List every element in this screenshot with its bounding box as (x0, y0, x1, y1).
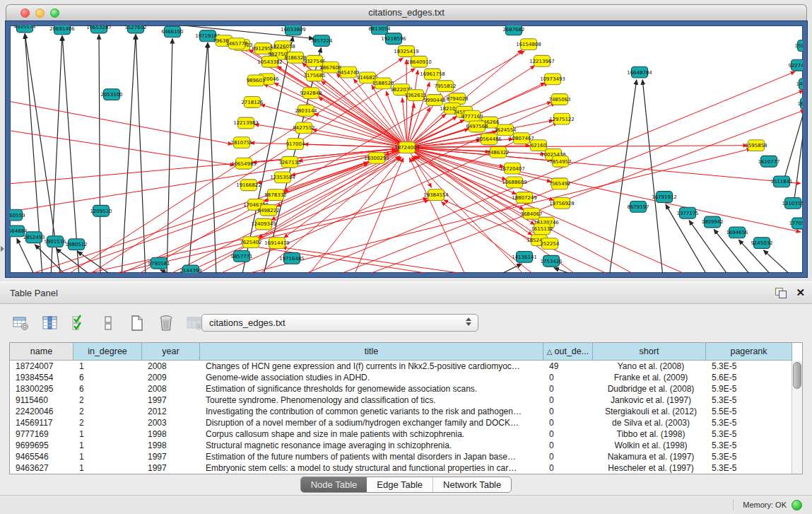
table-cell[interactable]: 1 (73, 440, 142, 451)
graph-node[interactable]: 7854957 (549, 156, 571, 167)
graph-node[interactable]: 2718126 (241, 97, 263, 108)
column-header-pagerank[interactable]: pagerank (706, 343, 792, 361)
row-height-icon[interactable] (98, 313, 118, 333)
table-cell[interactable]: Structural magnetic resonance image aver… (200, 440, 543, 451)
graph-node[interactable]: 1753426 (540, 255, 562, 267)
table-cell[interactable]: 19384554 (10, 372, 73, 383)
close-panel-icon[interactable]: ✕ (796, 286, 805, 299)
table-cell[interactable]: 18724007 (10, 361, 73, 372)
graph-node[interactable]: 8878332 (264, 189, 286, 201)
table-cell[interactable]: 5.6E-5 (706, 372, 792, 383)
graph-node[interactable]: 10688609 (502, 177, 527, 188)
table-cell[interactable]: 0 (543, 451, 593, 462)
table-selector-dropdown[interactable]: citations_edges.txt (201, 314, 478, 332)
graph-node[interactable]: 20691406 (49, 25, 75, 35)
graph-node[interactable]: 2053100 (100, 89, 122, 100)
table-cell[interactable]: 9465546 (10, 451, 73, 462)
table-cell[interactable]: 0 (543, 462, 593, 474)
table-cell[interactable]: 1997 (142, 462, 200, 474)
table-cell[interactable]: 2 (73, 417, 142, 428)
graph-node[interactable]: 12213983 (233, 117, 259, 129)
graph-node[interactable]: 14136141 (512, 251, 537, 262)
graph-node[interactable]: 18325419 (394, 46, 419, 57)
graph-node[interactable]: 1615132 (531, 223, 553, 235)
table-cell[interactable]: Nakamura et al. (1997) (593, 451, 706, 462)
table-scrollbar-thumb[interactable] (793, 362, 801, 389)
graph-node[interactable]: 3175685 (303, 70, 325, 81)
delete-table-icon[interactable] (156, 313, 176, 333)
column-header-out-de-[interactable]: △out_de... (543, 343, 593, 361)
graph-node[interactable]: 6497568 (466, 121, 488, 132)
graph-node[interactable]: 10653287 (86, 25, 112, 33)
graph-node[interactable]: 1694656 (726, 227, 748, 238)
graph-node[interactable]: 12213967 (529, 55, 555, 66)
graph-node[interactable]: 7486322 (487, 147, 509, 158)
graph-node[interactable]: 19166822 (236, 180, 261, 191)
table-cell[interactable]: 1 (73, 361, 142, 372)
table-cell[interactable]: Stergiakouli et al. (2012) (593, 406, 706, 417)
graph-node[interactable]: 7625402 (240, 237, 261, 248)
table-cell[interactable]: 0 (543, 383, 593, 395)
graph-node[interactable]: 16648784 (627, 66, 652, 78)
table-cell[interactable]: 6 (73, 383, 142, 395)
graph-node[interactable]: 917004 (286, 139, 305, 150)
table-cell[interactable]: 5.3E-5 (706, 428, 792, 440)
table-cell[interactable]: 2 (73, 406, 142, 417)
table-cell[interactable]: Wolkin et al. (1998) (593, 440, 706, 451)
table-cell[interactable]: 2008 (142, 361, 200, 372)
graph-node[interactable]: 1511841 (770, 176, 792, 187)
table-cell[interactable]: 2003 (142, 417, 200, 428)
table-cell[interactable]: Tourette syndrome. Phenomenology and cla… (200, 395, 543, 406)
table-cell[interactable]: 5.3E-5 (706, 440, 792, 451)
table-cell[interactable]: 1 (73, 451, 142, 462)
graph-node[interactable]: 7857224 (310, 35, 333, 47)
graph-node[interactable]: 3267130 (278, 156, 300, 168)
graph-node[interactable]: 1464561 (796, 78, 803, 90)
table-cell[interactable]: Corpus callosum shape and size in male p… (200, 428, 543, 440)
graph-node[interactable]: 2687682 (502, 25, 524, 35)
table-cell[interactable]: 1 (73, 428, 142, 440)
table-cell[interactable]: Embryonic stem cells: a model to study s… (200, 462, 543, 474)
graph-node[interactable]: 18640910 (406, 56, 432, 67)
graph-node[interactable]: 1465778 (225, 38, 247, 49)
table-cell[interactable]: Hescheler et al. (1997) (593, 462, 706, 474)
table-cell[interactable]: 14569117 (10, 417, 73, 428)
table-cell[interactable]: 0 (543, 406, 593, 417)
table-cell[interactable]: Estimation of significance thresholds fo… (200, 383, 543, 395)
table-cell[interactable]: 2008 (142, 383, 200, 395)
table-cell[interactable]: 1998 (142, 440, 200, 451)
table-cell[interactable]: Jankovic et al. (1997) (593, 395, 706, 406)
table-row[interactable]: 946554611997Estimation of the future num… (10, 451, 802, 462)
table-cell[interactable]: 2012 (142, 406, 200, 417)
graph-node[interactable]: 19384554 (423, 189, 449, 201)
table-cell[interactable]: 9777169 (10, 428, 73, 440)
table-cell[interactable]: 1997 (142, 451, 200, 462)
graph-node[interactable]: 12353584 (270, 172, 295, 183)
table-cell[interactable]: 49 (543, 361, 593, 372)
table-row[interactable]: 1456911722003Disruption of a novel membe… (10, 417, 802, 428)
graph-node[interactable]: 19756928 (549, 198, 575, 209)
table-cell[interactable]: 18300295 (10, 383, 73, 395)
graph-node[interactable]: 16914479 (264, 238, 290, 249)
graph-node[interactable]: 1810755 (230, 137, 252, 148)
table-row[interactable]: 946362711997Embryonic stem cells: a mode… (10, 462, 802, 474)
table-cell[interactable]: Tibbo et al. (1998) (593, 428, 706, 440)
graph-node[interactable]: 16961758 (420, 69, 445, 80)
zoom-window-button[interactable] (50, 8, 59, 18)
graph-node[interactable]: 6466100 (161, 26, 183, 37)
graph-node[interactable]: 7485063 (548, 94, 570, 105)
table-cell[interactable]: 5.9E-5 (706, 383, 792, 395)
table-cell[interactable]: 1997 (142, 395, 200, 406)
table-cell[interactable]: Disruption of a novel member of a sodium… (200, 417, 543, 428)
graph-node[interactable]: 1527602 (124, 25, 146, 33)
column-header-in-degree[interactable]: in_degree (73, 343, 142, 361)
graph-node[interactable]: 2144399 (180, 265, 201, 273)
table-cell[interactable]: Investigating the contribution of common… (200, 406, 543, 417)
table-cell[interactable]: Changes of HCN gene expression and I(f) … (200, 361, 543, 372)
graph-node[interactable]: 1610777 (758, 156, 779, 167)
table-row[interactable]: 1938455462009Genome-wide association stu… (10, 372, 802, 383)
float-panel-icon[interactable] (775, 288, 787, 298)
graph-node[interactable]: 1980512 (65, 239, 87, 250)
column-header-short[interactable]: short (593, 343, 706, 361)
table-cell[interactable]: Franke et al. (2009) (593, 372, 706, 383)
